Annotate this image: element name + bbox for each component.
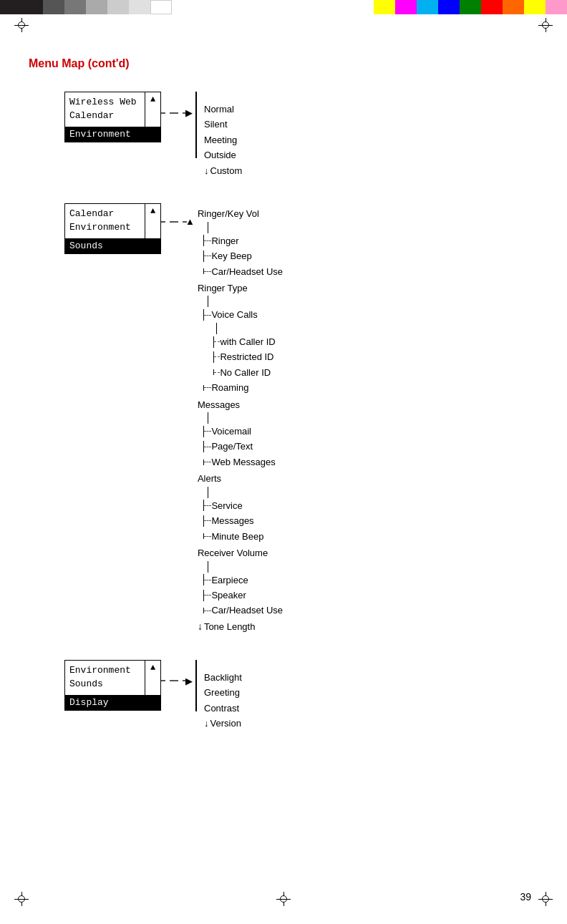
sub-messages-group: Voicemail Page/Text Web Messages bbox=[203, 412, 283, 470]
label-no-callerid: No Caller ID bbox=[220, 365, 271, 380]
ringer-item: Ringer bbox=[203, 233, 239, 248]
swatch-yellow bbox=[374, 0, 395, 14]
label-messages-alerts: Messages bbox=[211, 513, 253, 528]
arrow-right-3: ▶ bbox=[185, 676, 193, 686]
arrow-down-2: ▼ bbox=[150, 241, 155, 251]
swatch-yellow2 bbox=[524, 0, 546, 14]
block-3-arrows: ▲ ▼ bbox=[145, 661, 160, 710]
dash-2a bbox=[161, 221, 174, 223]
arrow-up-3: ▲ bbox=[150, 663, 155, 673]
dash-wm bbox=[204, 462, 211, 462]
sub-receiver-group: Earpiece Speaker Car/Headset Use bbox=[203, 561, 283, 618]
label-keybeep: Key Beep bbox=[211, 248, 251, 263]
dash-3a bbox=[161, 680, 174, 681]
vline-3 bbox=[195, 660, 197, 711]
no-callerid-item: No Caller ID bbox=[213, 365, 276, 380]
swatch-lighter bbox=[107, 0, 129, 14]
connector-1: ▶ bbox=[161, 92, 193, 118]
sub-voice-lines: Voice Calls with Caller ID bbox=[203, 296, 276, 395]
item-ringer-type: Ringer Type bbox=[198, 281, 283, 296]
vl-msg1 bbox=[208, 412, 209, 424]
keybeep-item: Key Beep bbox=[203, 248, 252, 263]
crop-mark-bl bbox=[14, 892, 29, 906]
swatch-red bbox=[481, 0, 503, 14]
dash-pt bbox=[204, 447, 211, 447]
item-ringer-key-vol: Ringer/Key Vol bbox=[198, 206, 283, 221]
swatch-cyan bbox=[417, 0, 438, 14]
dash-ear bbox=[204, 580, 211, 580]
list-1-content: Normal Silent Meeting Outside ↓Custom bbox=[204, 102, 242, 178]
list-item-backlight: Backlight bbox=[204, 670, 242, 685]
vline-1 bbox=[195, 92, 197, 158]
dash-noid bbox=[214, 372, 220, 373]
swatch-pale bbox=[129, 0, 150, 14]
swatch-darkgray bbox=[43, 0, 64, 14]
section-3-list: Backlight Greeting Contrast ↓Version bbox=[195, 660, 242, 731]
sub-callerid-group: with Caller ID Restricted ID bbox=[213, 323, 276, 380]
arrow-up-2: ▲ bbox=[150, 206, 155, 216]
dash-1a bbox=[161, 112, 174, 114]
label-restricted-id: Restricted ID bbox=[220, 349, 273, 364]
swatch-black2 bbox=[21, 0, 43, 14]
vl-rv1 bbox=[208, 561, 209, 573]
arrow-up-connector-2: ▲ bbox=[185, 216, 195, 227]
label-with-callerid: with Caller ID bbox=[220, 334, 275, 349]
dash-svc bbox=[204, 505, 211, 506]
dash-ch2 bbox=[204, 611, 211, 611]
dash-rid bbox=[214, 356, 220, 357]
minutebeep-item: Minute Beep bbox=[203, 529, 264, 544]
messages-alerts-item: Messages bbox=[203, 513, 264, 528]
with-callerid-item: with Caller ID bbox=[213, 334, 276, 349]
swatch-midgray bbox=[64, 0, 86, 14]
earpiece-item: Earpiece bbox=[203, 573, 283, 588]
swatch-white bbox=[150, 0, 172, 14]
label-service: Service bbox=[211, 498, 242, 513]
sub-callerid-lines: with Caller ID Restricted ID bbox=[213, 323, 276, 380]
label-tone-length: Tone Length bbox=[204, 619, 256, 634]
connector-3: ▶ bbox=[161, 660, 193, 686]
label-speaker: Speaker bbox=[211, 588, 246, 603]
pagetext-item: Page/Text bbox=[203, 439, 276, 454]
vl-vc1 bbox=[208, 296, 209, 307]
sub-messages-lines: Voicemail Page/Text Web Messages bbox=[203, 412, 276, 470]
block-1-arrows: ▲ ▼ bbox=[145, 92, 160, 142]
label-ringer: Ringer bbox=[211, 233, 238, 248]
list-item-greeting: Greeting bbox=[204, 685, 242, 700]
sub-voice-group: Voice Calls with Caller ID bbox=[203, 296, 283, 395]
swatch-lightgray bbox=[86, 0, 107, 14]
list-item-version: ↓Version bbox=[204, 716, 242, 731]
swatch-blue bbox=[438, 0, 460, 14]
item-messages: Messages bbox=[198, 397, 283, 412]
list-item-meeting: Meeting bbox=[204, 132, 242, 147]
dash-roam bbox=[204, 387, 211, 388]
item-alerts: Alerts bbox=[198, 471, 283, 486]
swatch-green bbox=[460, 0, 481, 14]
label-pagetext: Page/Text bbox=[211, 439, 253, 454]
arrow-up-1: ▲ bbox=[150, 94, 155, 104]
section-1: Wireless Web Calendar Environment ▲ ▼ ▶ … bbox=[64, 92, 538, 178]
webmsg-item: Web Messages bbox=[203, 454, 276, 470]
sub-alerts-group: Service Messages Minute Beep bbox=[203, 487, 283, 544]
vl-ringer bbox=[208, 222, 209, 233]
list-item-outside: Outside bbox=[204, 147, 242, 162]
connector-2: ▲ bbox=[161, 203, 195, 227]
list-item-custom: ↓Custom bbox=[204, 163, 242, 178]
arrow-right-1: ▶ bbox=[185, 107, 193, 118]
crop-mark-tl bbox=[14, 18, 29, 32]
speaker-item: Speaker bbox=[203, 588, 283, 603]
item-receiver-volume: Receiver Volume bbox=[198, 545, 283, 560]
list-item-silent: Silent bbox=[204, 117, 242, 132]
dash-spk bbox=[204, 595, 211, 595]
restricted-id-item: Restricted ID bbox=[213, 349, 276, 364]
label-webmessages: Web Messages bbox=[211, 454, 275, 470]
list-3-content: Backlight Greeting Contrast ↓Version bbox=[204, 670, 242, 731]
bottom-center-crosshair bbox=[276, 892, 291, 906]
swatch-black1 bbox=[0, 0, 21, 14]
page-title: Menu Map (cont'd) bbox=[29, 57, 538, 70]
menu-block-1: Wireless Web Calendar Environment ▲ ▼ bbox=[64, 92, 161, 142]
label-voicemail: Voicemail bbox=[211, 424, 251, 439]
top-color-bar bbox=[0, 0, 567, 14]
arrow-down-3: ▼ bbox=[150, 698, 155, 708]
label-carheadset2: Car/Headset Use bbox=[211, 603, 283, 618]
list-item-normal: Normal bbox=[204, 102, 242, 117]
